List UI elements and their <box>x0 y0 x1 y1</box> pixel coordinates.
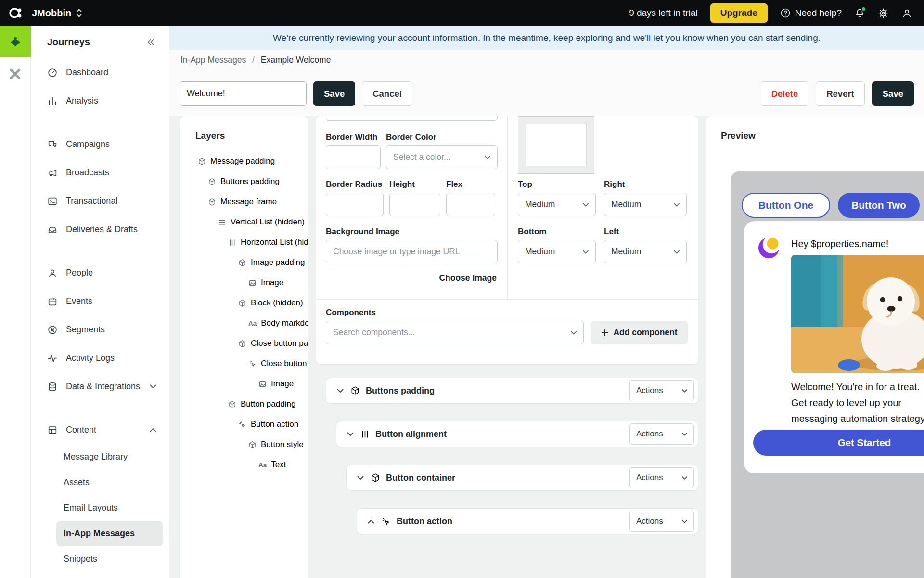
collapse-toggle[interactable] <box>355 474 366 482</box>
breadcrumb-parent-link[interactable]: In-App Messages <box>180 55 246 65</box>
dashboard-icon <box>47 67 58 78</box>
workspace-switcher[interactable]: JMobbin <box>32 8 82 19</box>
border-radius-input[interactable] <box>326 193 384 216</box>
layer-message-frame[interactable]: Message frame <box>180 192 308 212</box>
layer-label: Button style <box>261 440 304 449</box>
banner-text: We're currently reviewing your account i… <box>273 33 821 43</box>
preview-cta-button[interactable]: Get Started <box>753 430 924 456</box>
sidebar-item-snippets[interactable]: Snippets <box>31 546 169 572</box>
layer-vertical-list[interactable]: Vertical List (hidden) <box>180 212 308 232</box>
secondary-app-tile[interactable] <box>0 67 30 80</box>
workspace-app-tile[interactable] <box>0 26 31 57</box>
sidebar-item-email-layouts[interactable]: Email Layouts <box>31 495 169 521</box>
top-bar: JMobbin 9 days left in trial Upgrade Nee… <box>0 0 924 26</box>
padding-bottom-select[interactable]: Medium <box>518 240 596 263</box>
box-icon <box>248 441 257 449</box>
layer-button-padding[interactable]: Button padding <box>180 394 308 414</box>
notifications-button[interactable] <box>854 8 865 19</box>
layer-close-button-padding[interactable]: Close button padding <box>180 333 308 354</box>
component-row-label: Button action <box>397 516 452 526</box>
cancel-button[interactable]: Cancel <box>362 81 412 106</box>
actions-select[interactable]: Actions <box>629 423 694 445</box>
puppy-image <box>791 255 924 373</box>
actions-select[interactable]: Actions <box>629 380 694 401</box>
sidebar-item-deliveries-drafts[interactable]: Deliveries & Drafts <box>31 215 169 244</box>
actions-select[interactable]: Actions <box>629 511 694 532</box>
preview-title: Preview <box>721 131 924 141</box>
component-row-button-container[interactable]: Button container Actions <box>346 465 698 491</box>
padding-top-select[interactable]: Medium <box>518 193 596 216</box>
layer-close-button-action[interactable]: Close button action <box>180 354 308 374</box>
collapse-toggle[interactable] <box>345 430 356 438</box>
component-row-button-action[interactable]: Button action Actions <box>357 508 698 534</box>
layer-label: Block (hidden) <box>251 298 303 308</box>
sidebar-item-activity-logs[interactable]: Activity Logs <box>31 344 169 372</box>
padding-right-select[interactable]: Medium <box>604 193 687 216</box>
layer-image-padding[interactable]: Image padding <box>180 252 308 273</box>
layer-image-2[interactable]: Image <box>180 374 308 394</box>
layer-button-style[interactable]: Button style <box>180 434 308 455</box>
message-name-input[interactable]: Welcome! <box>180 81 307 106</box>
layer-text[interactable]: Aa Text <box>180 455 308 475</box>
sidebar-item-campaigns[interactable]: Campaigns <box>31 130 169 158</box>
actions-select[interactable]: Actions <box>629 467 694 488</box>
component-row-buttons-padding[interactable]: Buttons padding Actions <box>326 378 698 404</box>
layer-image[interactable]: Image <box>180 273 308 293</box>
choose-image-link[interactable]: Choose image <box>439 273 497 283</box>
preview-button-one[interactable]: Button One <box>742 193 830 218</box>
border-color-select[interactable]: Select a color... <box>386 145 498 169</box>
height-label: Height <box>389 180 415 189</box>
preview-message-card: Hey $properties.name! <box>744 221 924 473</box>
upgrade-button[interactable]: Upgrade <box>710 3 768 23</box>
preview-button-two[interactable]: Button Two <box>838 193 920 218</box>
sidebar-item-message-library[interactable]: Message Library <box>31 444 169 470</box>
help-button[interactable]: Need help? <box>780 8 842 18</box>
sidebar-collapse-button[interactable] <box>146 38 155 47</box>
toolbar-right: Delete Revert Save <box>761 81 914 106</box>
revert-button[interactable]: Revert <box>816 81 865 106</box>
sidebar-item-label: Transactional <box>66 196 117 206</box>
layer-button-action[interactable]: Button action <box>180 414 308 434</box>
cutoff-input[interactable] <box>326 116 498 121</box>
sidebar-item-content[interactable]: Content <box>31 416 169 444</box>
layer-horizontal-list[interactable]: Horizontal List (hidden) <box>180 232 308 252</box>
padding-diagram-inner <box>526 124 587 166</box>
add-component-button[interactable]: Add component <box>591 321 688 344</box>
app-logo-icon[interactable] <box>8 5 24 21</box>
delete-button[interactable]: Delete <box>761 81 809 106</box>
sidebar-item-broadcasts[interactable]: Broadcasts <box>31 158 169 187</box>
save-button[interactable]: Save <box>872 81 914 106</box>
account-button[interactable] <box>901 8 912 19</box>
flex-input[interactable] <box>446 193 495 216</box>
sidebar-item-assets[interactable]: Assets <box>31 470 169 495</box>
component-row-button-alignment[interactable]: Button alignment Actions <box>336 421 698 447</box>
components-search-select[interactable]: Search components... <box>326 321 584 344</box>
collapse-toggle[interactable] <box>366 517 376 525</box>
message-name-value: Welcome! <box>187 89 225 99</box>
save-name-button[interactable]: Save <box>313 81 355 106</box>
sidebar-item-segments[interactable]: Segments <box>31 315 169 344</box>
account-review-banner: We're currently reviewing your account i… <box>169 26 924 50</box>
sidebar-item-analysis[interactable]: Analysis <box>31 87 169 115</box>
layer-block[interactable]: Block (hidden) <box>180 293 308 313</box>
collapse-toggle[interactable] <box>335 387 346 395</box>
border-width-input[interactable] <box>326 145 381 169</box>
sidebar-item-transactional[interactable]: Transactional <box>31 187 169 215</box>
layer-message-padding[interactable]: Message padding <box>180 151 308 171</box>
sidebar-item-data-integrations[interactable]: Data & Integrations <box>31 372 169 401</box>
padding-left-select[interactable]: Medium <box>604 240 687 263</box>
preview-panel: Preview Button One Button Two <box>706 116 924 578</box>
layer-body-markdown[interactable]: Aa Body markdown <box>180 313 308 333</box>
box-icon <box>238 299 246 307</box>
app-root: JMobbin 9 days left in trial Upgrade Nee… <box>0 0 924 578</box>
sidebar-item-dashboard[interactable]: Dashboard <box>31 58 169 87</box>
columns-icon <box>228 238 236 247</box>
sidebar-item-people[interactable]: People <box>31 259 169 287</box>
sidebar-item-events[interactable]: Events <box>31 287 169 315</box>
background-image-input[interactable]: Choose image or type image URL <box>326 240 498 263</box>
layer-buttons-padding[interactable]: Buttons padding <box>180 171 308 192</box>
settings-button[interactable] <box>878 8 889 19</box>
chevron-down-icon <box>150 384 156 389</box>
sidebar-item-in-app-messages[interactable]: In-App Messages <box>56 521 163 546</box>
height-input[interactable] <box>389 193 440 216</box>
